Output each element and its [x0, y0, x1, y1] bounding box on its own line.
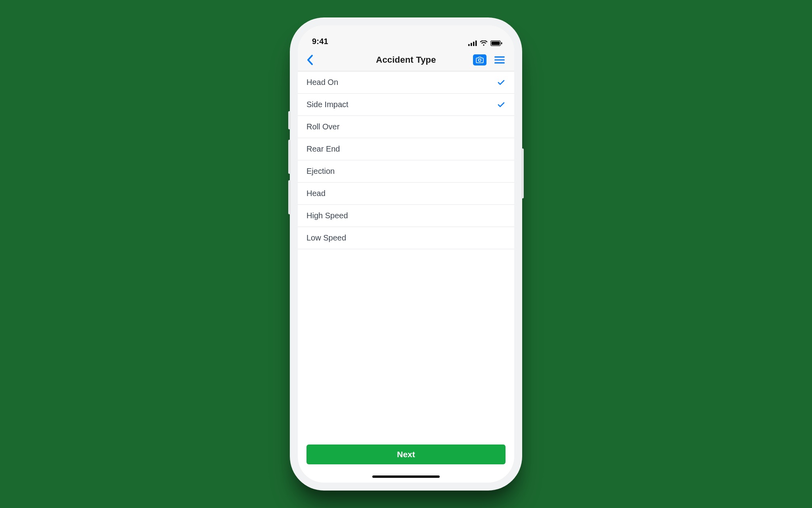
svg-rect-1 — [471, 43, 472, 46]
svg-rect-10 — [494, 62, 505, 63]
wifi-icon — [480, 40, 488, 46]
status-icons — [468, 40, 502, 46]
back-button[interactable] — [304, 52, 316, 68]
device-volume-down — [288, 180, 291, 214]
page-background: 9:41 — [0, 0, 812, 508]
status-bar: 9:41 — [298, 25, 514, 48]
list-item-label: Low Speed — [306, 233, 346, 242]
device-mute-switch — [288, 111, 291, 129]
checkmark-icon — [497, 102, 506, 108]
list-item-label: Roll Over — [306, 122, 339, 131]
list-item[interactable]: Ejection — [298, 160, 514, 183]
svg-rect-0 — [468, 44, 470, 46]
camera-icon — [476, 57, 484, 63]
hamburger-icon — [494, 56, 505, 64]
list-item[interactable]: Roll Over — [298, 116, 514, 138]
device-side-button — [521, 148, 524, 198]
svg-rect-8 — [494, 56, 505, 58]
phone-frame: 9:41 — [290, 17, 522, 491]
footer: Next — [298, 437, 514, 483]
phone-screen: 9:41 — [298, 25, 514, 483]
page-title: Accident Type — [346, 55, 466, 65]
list-item-label: Head On — [306, 78, 338, 87]
checkmark-icon — [497, 80, 506, 85]
list-item[interactable]: Side Impact — [298, 94, 514, 116]
list-item[interactable]: High Speed — [298, 205, 514, 227]
list-item[interactable]: Head On — [298, 71, 514, 94]
list-item-label: Rear End — [306, 144, 340, 154]
status-time: 9:41 — [312, 37, 328, 46]
list-item[interactable]: Low Speed — [298, 227, 514, 249]
next-button[interactable]: Next — [306, 444, 506, 464]
svg-point-7 — [479, 59, 481, 61]
svg-rect-6 — [501, 42, 502, 44]
camera-button[interactable] — [473, 54, 486, 65]
list-item[interactable]: Rear End — [298, 138, 514, 160]
accident-type-list: Head OnSide ImpactRoll OverRear EndEject… — [298, 71, 514, 437]
battery-icon — [490, 40, 502, 46]
list-item-label: Ejection — [306, 167, 335, 176]
chevron-left-icon — [306, 54, 314, 65]
device-volume-up — [288, 140, 291, 174]
svg-rect-3 — [475, 40, 477, 46]
svg-rect-2 — [473, 42, 475, 46]
navbar: Accident Type — [298, 48, 514, 71]
home-indicator — [372, 475, 440, 478]
cellular-icon — [468, 40, 477, 46]
svg-rect-9 — [494, 59, 505, 60]
svg-rect-5 — [492, 42, 500, 45]
list-item[interactable]: Head — [298, 183, 514, 205]
list-item-label: Head — [306, 189, 326, 198]
list-item-label: High Speed — [306, 211, 348, 220]
menu-button[interactable] — [492, 54, 507, 66]
list-item-label: Side Impact — [306, 100, 349, 109]
